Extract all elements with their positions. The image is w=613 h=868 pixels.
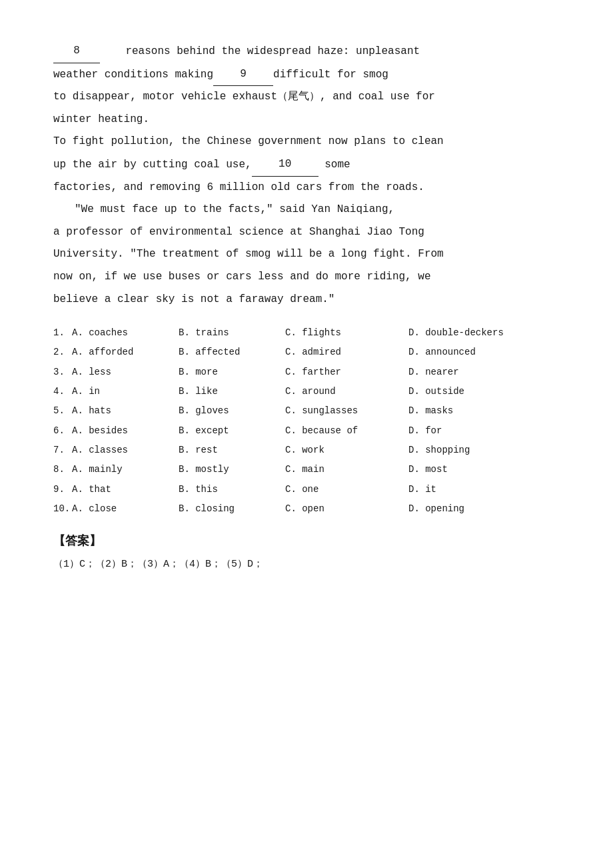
choice-9.-b: B. this xyxy=(179,481,285,499)
para1-line1: 8 reasons behind the widespread haze: un… xyxy=(53,40,560,63)
blank-10: 10 xyxy=(252,153,318,177)
choice-row-10: 10.A. closeB. closingC. openD. opening xyxy=(53,500,560,518)
para2-line2: up the air by cutting coal use,10 some xyxy=(53,153,560,177)
blank-8: 8 xyxy=(53,40,100,63)
choice-row-2: 2.A. affordedB. affectedC. admiredD. ann… xyxy=(53,343,560,361)
choice-5.-a: A. hats xyxy=(72,402,179,420)
choice-1.-d: D. double-deckers xyxy=(408,324,515,342)
para2-line3: factories, and removing 6 million old ca… xyxy=(53,177,560,199)
choice-9.-d: D. it xyxy=(408,481,515,499)
choice-4.-a: A. in xyxy=(72,383,179,401)
choice-num-5: 5. xyxy=(53,402,72,420)
para2-line1: To fight pollution, the Chinese governme… xyxy=(53,131,560,153)
choice-6.-d: D. for xyxy=(408,422,515,440)
choice-9.-c: C. one xyxy=(285,481,408,499)
answer-section: 【答案】 （1）C；（2）B；（3）A；（4）B；（5）D； xyxy=(53,533,560,575)
choice-row-8: 8.A. mainlyB. mostlyC. mainD. most xyxy=(53,461,560,479)
choice-10.-d: D. opening xyxy=(408,500,515,518)
choice-1.-b: B. trains xyxy=(179,324,285,342)
choice-num-7: 7. xyxy=(53,441,72,459)
choice-row-4: 4.A. inB. likeC. aroundD. outside xyxy=(53,383,560,401)
choice-4.-c: C. around xyxy=(285,383,408,401)
choice-row-3: 3.A. lessB. moreC. fartherD. nearer xyxy=(53,363,560,381)
choice-row-7: 7.A. classesB. restC. workD. shopping xyxy=(53,441,560,459)
choice-7.-a: A. classes xyxy=(72,441,179,459)
choice-2.-a: A. afforded xyxy=(72,343,179,361)
choice-8.-a: A. mainly xyxy=(72,461,179,479)
choice-3.-a: A. less xyxy=(72,363,179,381)
choice-5.-d: D. masks xyxy=(408,402,515,420)
choice-num-10: 10. xyxy=(53,500,72,518)
para1-line2: weather conditions making9difficult for … xyxy=(53,63,560,87)
choice-4.-d: D. outside xyxy=(408,383,515,401)
choice-3.-b: B. more xyxy=(179,363,285,381)
para1-line4: winter heating. xyxy=(53,109,560,131)
choices-section: 1.A. coachesB. trainsC. flightsD. double… xyxy=(53,324,560,518)
choice-row-6: 6.A. besidesB. exceptC. because ofD. for xyxy=(53,422,560,440)
choice-10.-a: A. close xyxy=(72,500,179,518)
choice-7.-d: D. shopping xyxy=(408,441,515,459)
choice-10.-b: B. closing xyxy=(179,500,285,518)
choice-3.-c: C. farther xyxy=(285,363,408,381)
choice-9.-a: A. that xyxy=(72,481,179,499)
choice-10.-c: C. open xyxy=(285,500,408,518)
choice-2.-c: C. admired xyxy=(285,343,408,361)
choice-2.-d: D. announced xyxy=(408,343,515,361)
para1-line3: to disappear, motor vehicle exhaust（尾气）,… xyxy=(53,86,560,109)
choice-num-1: 1. xyxy=(53,324,72,342)
choice-5.-c: C. sunglasses xyxy=(285,402,408,420)
passage-text: 8 reasons behind the widespread haze: un… xyxy=(53,40,560,311)
choice-4.-b: B. like xyxy=(179,383,285,401)
choice-1.-a: A. coaches xyxy=(72,324,179,342)
answer-content: （1）C；（2）B；（3）A；（4）B；（5）D； xyxy=(53,555,560,575)
choice-5.-b: B. gloves xyxy=(179,402,285,420)
choice-num-2: 2. xyxy=(53,343,72,361)
blank-9: 9 xyxy=(213,63,273,87)
choice-3.-d: D. nearer xyxy=(408,363,515,381)
para3-line4: now on, if we use buses or cars less and… xyxy=(53,266,560,289)
choice-row-9: 9.A. thatB. thisC. oneD. it xyxy=(53,481,560,499)
choice-7.-c: C. work xyxy=(285,441,408,459)
para3-line3: University. "The treatment of smog will … xyxy=(53,243,560,266)
choice-8.-b: B. mostly xyxy=(179,461,285,479)
choice-num-4: 4. xyxy=(53,383,72,401)
choice-num-6: 6. xyxy=(53,422,72,440)
choice-8.-d: D. most xyxy=(408,461,515,479)
choice-6.-c: C. because of xyxy=(285,422,408,440)
answer-title: 【答案】 xyxy=(53,533,560,549)
choice-num-8: 8. xyxy=(53,461,72,479)
choice-num-3: 3. xyxy=(53,363,72,381)
choice-num-9: 9. xyxy=(53,481,72,499)
para3-line5: believe a clear sky is not a faraway dre… xyxy=(53,289,560,311)
choice-6.-b: B. except xyxy=(179,422,285,440)
choice-7.-b: B. rest xyxy=(179,441,285,459)
choice-row-5: 5.A. hatsB. glovesC. sunglassesD. masks xyxy=(53,402,560,420)
choice-row-1: 1.A. coachesB. trainsC. flightsD. double… xyxy=(53,324,560,342)
choice-6.-a: A. besides xyxy=(72,422,179,440)
para3-line2: a professor of environmental science at … xyxy=(53,221,560,244)
para3-line1: "We must face up to the facts," said Yan… xyxy=(53,199,560,221)
choice-2.-b: B. affected xyxy=(179,343,285,361)
choice-1.-c: C. flights xyxy=(285,324,408,342)
choice-8.-c: C. main xyxy=(285,461,408,479)
